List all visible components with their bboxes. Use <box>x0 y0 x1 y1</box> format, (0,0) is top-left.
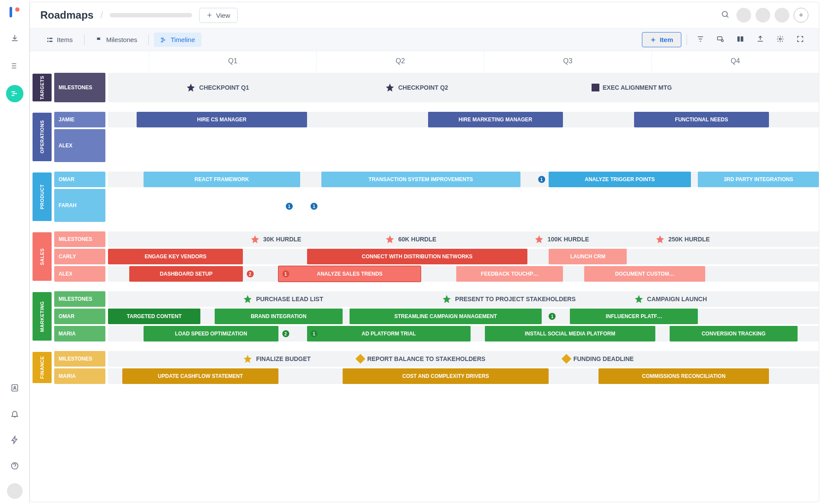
timeline-bar[interactable]: ENGAGE KEY VENDORS <box>108 249 243 264</box>
add-item-label: Item <box>660 36 673 43</box>
tab-timeline[interactable]: Timeline <box>154 33 201 47</box>
dependency-badge[interactable]: 1 <box>286 203 293 210</box>
timeline-bar[interactable]: ANALYZE SALES TRENDS <box>278 266 421 282</box>
row-label: ALEX <box>54 266 105 282</box>
group-operations: OPERATIONS <box>33 113 52 161</box>
timeline-track[interactable]: CHECKPOINT Q1CHECKPOINT Q2EXEC ALIGNMENT… <box>108 73 819 102</box>
timeline-bar[interactable]: FUNCTIONAL NEEDS <box>634 112 769 127</box>
export-icon[interactable] <box>752 33 769 47</box>
timeline-track[interactable]: HIRE CS MANAGERHIRE MARKETING MANAGERFUN… <box>108 112 819 127</box>
dependency-badge[interactable]: 1 <box>538 176 545 183</box>
timeline-bar[interactable]: AD PLATFORM TRIAL <box>307 326 471 341</box>
group-marketing: MARKETING <box>33 292 52 341</box>
timeline-track[interactable]: REACT FRAMEWORKTRANSACTION SYSTEM IMPROV… <box>108 172 819 187</box>
timeline-track[interactable]: UPDATE CASHFLOW STATEMENTCOST AND COMPLE… <box>108 368 819 384</box>
svg-rect-7 <box>47 41 49 42</box>
fullscreen-icon[interactable] <box>792 33 808 47</box>
bolt-icon[interactable] <box>6 431 23 449</box>
milestone[interactable]: 250K HURDLE <box>655 231 710 247</box>
tab-milestones[interactable]: Milestones <box>90 33 144 47</box>
timeline-bar[interactable]: FEEDBACK TOUCHP… <box>456 266 563 282</box>
bell-icon[interactable] <box>6 405 23 423</box>
download-icon[interactable] <box>6 29 23 47</box>
layout-icon[interactable] <box>732 33 749 47</box>
milestone-label: CHECKPOINT Q1 <box>199 84 249 91</box>
timeline-bar[interactable]: COMMISSIONS RECONCILIATION <box>599 368 769 384</box>
svg-rect-12 <box>161 41 163 42</box>
dependency-badge[interactable]: 1 <box>282 270 289 277</box>
svg-rect-9 <box>49 41 52 42</box>
milestone-label: 100K HURDLE <box>547 236 589 243</box>
timeline-bar[interactable]: INSTALL SOCIAL MEDIA PLATFORM <box>485 326 655 341</box>
roadmap-icon[interactable] <box>6 85 23 102</box>
search-icon[interactable] <box>718 7 732 23</box>
add-view-button[interactable]: View <box>199 8 237 23</box>
user-avatar[interactable] <box>7 483 23 499</box>
milestone[interactable]: PRESENT TO PROJECT STAKEHOLDERS <box>442 291 576 307</box>
header-avatar-1[interactable] <box>736 8 751 23</box>
timeline-bar[interactable]: DASHBOARD SETUP <box>129 266 243 282</box>
contacts-icon[interactable] <box>6 379 23 397</box>
tab-items[interactable]: Items <box>40 33 79 47</box>
dependency-badge[interactable]: 2 <box>247 270 254 277</box>
timeline-bar[interactable]: BRAND INTEGRATION <box>215 309 343 324</box>
milestone[interactable]: REPORT BALANCE TO STAKEHOLDERS <box>357 351 486 367</box>
dependency-badge[interactable]: 1 <box>311 203 317 210</box>
left-sidebar <box>0 0 29 504</box>
milestone[interactable]: EXEC ALIGNMENT MTG <box>592 73 672 102</box>
link-icon[interactable] <box>712 33 729 47</box>
header-avatar-2[interactable] <box>756 8 770 23</box>
dependency-badge[interactable]: 1 <box>311 330 317 337</box>
timeline-bar[interactable]: TRANSACTION SYSTEM IMPROVEMENTS <box>321 172 520 187</box>
milestone-label: FINALIZE BUDGET <box>256 355 311 362</box>
filter-icon[interactable] <box>692 33 709 47</box>
timeline-bar[interactable]: COST AND COMPLEXITY DRIVERS <box>343 368 549 384</box>
timeline-bar[interactable]: HIRE CS MANAGER <box>137 112 307 127</box>
help-icon[interactable] <box>6 457 23 475</box>
milestone[interactable]: 60K HURDLE <box>385 231 436 247</box>
timeline-bar[interactable]: 3RD PARTY INTEGRATIONS <box>698 172 819 187</box>
timeline-track[interactable]: 30K HURDLE60K HURDLE100K HURDLE250K HURD… <box>108 231 819 247</box>
milestone[interactable]: CAMPAIGN LAUNCH <box>634 291 707 307</box>
timeline-bar[interactable]: ANALYZE TRIGGER POINTS <box>549 172 691 187</box>
add-collaborator-button[interactable]: + <box>794 8 808 23</box>
timeline-bar[interactable]: LAUNCH CRM <box>549 249 627 264</box>
dependency-badge[interactable]: 2 <box>282 330 289 337</box>
svg-rect-0 <box>10 7 12 17</box>
timeline-bar[interactable]: UPDATE CASHFLOW STATEMENT <box>122 368 279 384</box>
svg-point-3 <box>14 387 15 388</box>
milestone[interactable]: CHECKPOINT Q2 <box>385 73 448 102</box>
timeline-bar[interactable]: CONNECT WITH DISTRIBUTION NETWORKS <box>307 249 527 264</box>
timeline-bar[interactable]: INFLUENCER PLATF… <box>570 309 698 324</box>
timeline-track[interactable]: PURCHASE LEAD LISTPRESENT TO PROJECT STA… <box>108 291 819 307</box>
svg-rect-11 <box>162 39 165 40</box>
timeline-bar[interactable]: DOCUMENT CUSTOM… <box>584 266 705 282</box>
row-label: FARAH <box>54 189 105 222</box>
add-item-button[interactable]: Item <box>642 32 681 47</box>
timeline-bar[interactable]: LOAD SPEED OPTIMIZATION <box>144 326 278 341</box>
quarter-q2: Q2 <box>316 51 484 71</box>
timeline-track[interactable]: TARGETED CONTENTBRAND INTEGRATIONSTREAML… <box>108 309 819 324</box>
timeline-track[interactable]: ENGAGE KEY VENDORSCONNECT WITH DISTRIBUT… <box>108 249 819 264</box>
timeline-bar[interactable]: CONVERSION TRACKING <box>670 326 798 341</box>
milestone[interactable]: CHECKPOINT Q1 <box>186 73 249 102</box>
milestone[interactable]: FUNDING DEADLINE <box>563 351 634 367</box>
quarter-q3: Q3 <box>484 51 651 71</box>
list-icon[interactable] <box>6 57 23 75</box>
timeline-bar[interactable]: TARGETED CONTENT <box>108 309 200 324</box>
timeline-track[interactable]: DASHBOARD SETUPANALYZE SALES TRENDSFEEDB… <box>108 266 819 282</box>
milestone[interactable]: PURCHASE LEAD LIST <box>243 291 323 307</box>
timeline-bar[interactable]: STREAMLINE CAMPAIGN MANAGEMENT <box>350 309 542 324</box>
settings-icon[interactable] <box>772 33 788 47</box>
milestone[interactable]: 30K HURDLE <box>250 231 301 247</box>
group-targets: TARGETS <box>33 74 52 101</box>
header-avatar-3[interactable] <box>775 8 789 23</box>
timeline-track[interactable]: FINALIZE BUDGETREPORT BALANCE TO STAKEHO… <box>108 351 819 367</box>
timeline-bar[interactable]: HIRE MARKETING MANAGER <box>428 112 563 127</box>
dependency-badge[interactable]: 1 <box>549 313 556 320</box>
milestone[interactable]: 100K HURDLE <box>534 231 589 247</box>
timeline-track[interactable]: LOAD SPEED OPTIMIZATIONAD PLATFORM TRIAL… <box>108 326 819 341</box>
milestone[interactable]: FINALIZE BUDGET <box>243 351 311 367</box>
timeline-bar[interactable]: REACT FRAMEWORK <box>144 172 300 187</box>
timeline-header: Q1 Q2 Q3 Q4 <box>30 51 819 71</box>
